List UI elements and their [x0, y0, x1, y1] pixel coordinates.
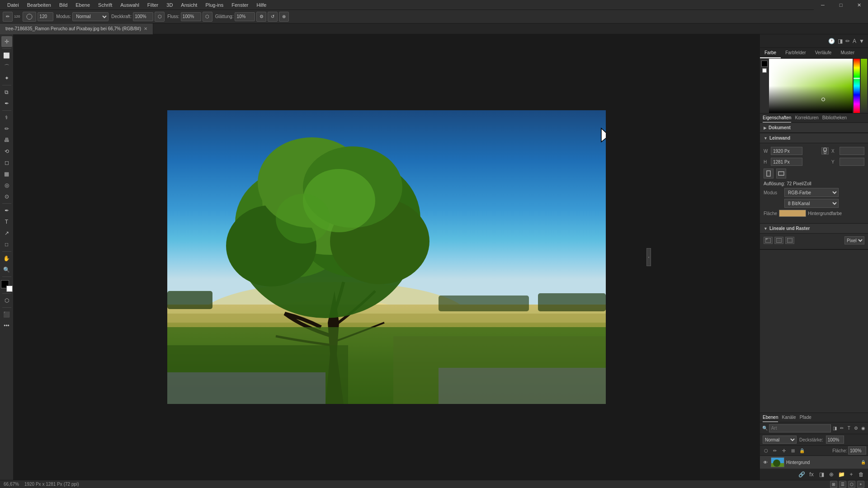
height-input[interactable]: [771, 158, 802, 166]
bg-color-swatch[interactable]: [762, 68, 767, 73]
opacity-input[interactable]: [826, 436, 844, 444]
layers-tab-ebenen[interactable]: Ebenen: [763, 415, 778, 422]
modus-select[interactable]: RGB-Farbe: [784, 188, 839, 197]
maximize-button[interactable]: □: [832, 0, 850, 10]
marquee-tool[interactable]: ⬜: [1, 50, 12, 61]
blur-tool[interactable]: ◎: [1, 180, 12, 191]
brush-tool-icon[interactable]: ✏: [3, 12, 13, 22]
canvas-section-header[interactable]: ▼ Leinwand: [760, 133, 868, 143]
layers-filter-icon3[interactable]: T: [846, 424, 852, 432]
fluss-input[interactable]: [181, 12, 201, 21]
menu-item-plugins[interactable]: Plug-ins: [202, 1, 227, 9]
brush-size-input[interactable]: [38, 12, 53, 21]
menu-item-auswahl[interactable]: Auswahl: [117, 1, 143, 9]
add-mask-button[interactable]: ◨: [817, 470, 826, 479]
spot-heal-tool[interactable]: ⚕: [1, 112, 12, 123]
path-select-tool[interactable]: ↗: [1, 228, 12, 239]
panel-adjust-icon[interactable]: ◨: [838, 38, 843, 44]
glattung-extra2[interactable]: ⊕: [279, 12, 289, 22]
color-tab-farbfelder[interactable]: Farbfelder: [781, 48, 811, 58]
panel-more-icon[interactable]: ▼: [859, 38, 864, 44]
document-section-header[interactable]: ▶ Dokument: [760, 123, 868, 133]
menu-item-bild[interactable]: Bild: [56, 1, 71, 9]
layers-search-input[interactable]: [769, 424, 831, 432]
glattung-extra1[interactable]: ↺: [268, 12, 278, 22]
menu-item-datei[interactable]: Datei: [4, 1, 23, 9]
ruler-section-header[interactable]: ▼ Lineale und Raster: [760, 224, 868, 234]
landscape-button[interactable]: [776, 169, 786, 178]
menu-item-schrift[interactable]: Schrift: [94, 1, 116, 9]
status-icon-3[interactable]: ⬡: [848, 481, 855, 488]
color-tab-muster[interactable]: Muster: [836, 48, 859, 58]
bit-select[interactable]: 8 Bit/Kanal 16 Bit/Kanal 32 Bit/Kanal: [784, 199, 839, 208]
layer-lock-all[interactable]: 🔒: [798, 446, 806, 455]
menu-item-fenster[interactable]: Fenster: [228, 1, 252, 9]
menu-item-3d[interactable]: 3D: [163, 1, 176, 9]
gradient-tool[interactable]: ▦: [1, 169, 12, 179]
menu-item-hilfe[interactable]: Hilfe: [253, 1, 270, 9]
hand-tool[interactable]: ✋: [1, 253, 12, 264]
new-group-button[interactable]: 📁: [837, 470, 845, 479]
delete-layer-button[interactable]: 🗑: [857, 470, 865, 479]
link-layers-button[interactable]: 🔗: [797, 470, 806, 479]
prop-tab-eigenschaften[interactable]: Eigenschaften: [763, 115, 791, 122]
move-tool[interactable]: ✛: [1, 36, 12, 47]
hue-slider[interactable]: [854, 78, 860, 79]
color-swatches[interactable]: [1, 280, 13, 292]
lasso-tool[interactable]: ⌒: [1, 61, 12, 72]
color-alpha-bar[interactable]: [861, 59, 867, 113]
deckkraft-toggle[interactable]: ⬡: [155, 12, 165, 22]
ruler-icon-3[interactable]: [785, 237, 794, 244]
stamp-tool[interactable]: 🖷: [1, 135, 12, 145]
blend-mode-select[interactable]: Normal Auflösen: [763, 436, 797, 444]
color-hue-bar[interactable]: [854, 59, 860, 113]
layer-lock-position[interactable]: ✛: [780, 446, 788, 455]
adjustment-layer-button[interactable]: ⊕: [827, 470, 835, 479]
new-layer-button[interactable]: +: [847, 470, 855, 479]
shape-tool[interactable]: □: [1, 239, 12, 250]
history-brush-tool[interactable]: ⟲: [1, 146, 12, 157]
background-color[interactable]: [6, 286, 13, 292]
quick-mask-tool[interactable]: ⬡: [1, 295, 12, 306]
y-input[interactable]: [840, 158, 864, 166]
minimize-button[interactable]: ─: [814, 0, 832, 10]
eyedropper-tool[interactable]: ✒: [1, 98, 12, 109]
glattung-settings[interactable]: ⚙: [256, 12, 266, 22]
screen-mode-tool[interactable]: ⬛: [1, 309, 12, 320]
prop-tab-bibliotheken[interactable]: Bibliotheken: [822, 115, 847, 122]
layer-lock-icon[interactable]: 🔒: [860, 459, 866, 465]
quick-select-tool[interactable]: ✦: [1, 73, 12, 84]
panel-char-icon[interactable]: A: [853, 38, 856, 44]
menu-item-filter[interactable]: Filter: [144, 1, 162, 9]
zoom-tool[interactable]: 🔍: [1, 264, 12, 275]
panel-history-icon[interactable]: 🕐: [828, 38, 835, 44]
fluss-toggle[interactable]: ⬡: [203, 12, 212, 22]
menu-item-bearbeiten[interactable]: Bearbeiten: [24, 1, 55, 9]
layer-lock-artboard[interactable]: ⊞: [789, 446, 797, 455]
fg-color-swatch[interactable]: [761, 61, 768, 67]
menu-item-ansicht[interactable]: Ansicht: [177, 1, 201, 9]
layers-tab-pfade[interactable]: Pfade: [800, 415, 811, 422]
brush-preset-button[interactable]: [23, 12, 36, 22]
ruler-icon-2[interactable]: [774, 237, 783, 244]
x-input[interactable]: [840, 147, 864, 155]
ruler-icon-1[interactable]: [764, 237, 773, 244]
tab-close-button[interactable]: ✕: [144, 26, 147, 31]
ruler-unit-select[interactable]: Pixel Zoll cm: [844, 236, 864, 244]
brush-tool[interactable]: ✏: [1, 123, 12, 134]
layers-filter-icon2[interactable]: ✏: [839, 424, 845, 432]
document-tab[interactable]: tree-7186835_Ramon Perucho auf Pixabay.j…: [0, 23, 153, 34]
panel-collapse-button[interactable]: ‹: [646, 248, 651, 266]
panel-brush-icon[interactable]: ✏: [845, 38, 850, 44]
pen-tool[interactable]: ✒: [1, 205, 12, 216]
deckkraft-input[interactable]: [133, 12, 153, 21]
layer-item-hintergrund[interactable]: 👁 Hintergrund 🔒: [760, 456, 868, 469]
flache-color-swatch[interactable]: [779, 210, 806, 217]
color-tab-farbe[interactable]: Farbe: [760, 48, 781, 58]
color-spectrum[interactable]: [769, 59, 853, 113]
fill-input[interactable]: [848, 446, 866, 455]
dodge-tool[interactable]: ⊙: [1, 191, 12, 202]
crop-tool[interactable]: ⧉: [1, 87, 12, 98]
status-icon-4[interactable]: +: [857, 481, 864, 488]
status-icon-2[interactable]: ☰: [839, 481, 846, 488]
